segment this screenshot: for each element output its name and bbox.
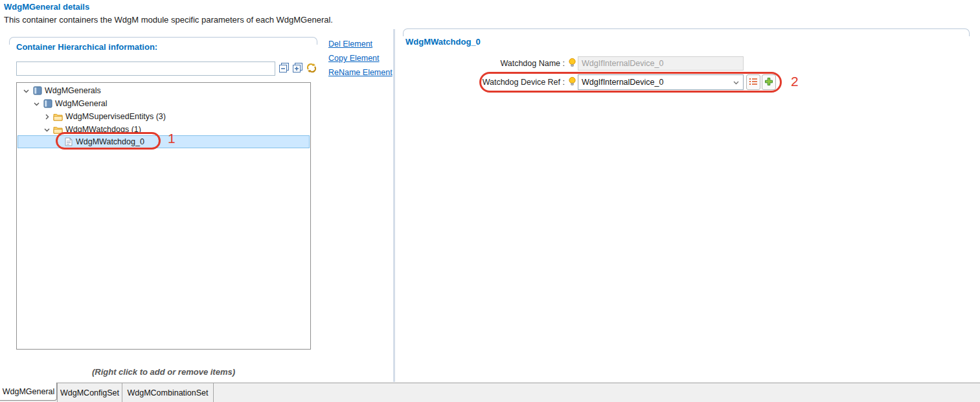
chevron-down-icon[interactable]	[33, 100, 40, 107]
right-section-title: WdgMWatchdog_0	[405, 37, 481, 47]
watchdog-device-ref-combobox[interactable]: WdgIfInternalDevice_0	[578, 74, 744, 90]
tab-label: WdgMCombinationSet	[127, 388, 208, 397]
folder-icon	[53, 112, 63, 122]
container-tree: WdgMGenerals WdgMGeneral WdgMSupervisedE…	[16, 82, 311, 350]
tree-item-label: WdgMGenerals	[45, 86, 101, 95]
page-description: This container containers the WdgM modul…	[4, 15, 333, 25]
chevron-down-icon[interactable]	[43, 126, 50, 133]
watchdog-name-input[interactable]	[578, 56, 744, 71]
tab-wdgmgeneral[interactable]: WdgMGeneral	[0, 383, 57, 401]
tree-item-wdgmsupervisedentitys[interactable]: WdgMSupervisedEntitys (3)	[17, 110, 310, 123]
annotation-number-1: 1	[168, 131, 176, 146]
ref-list-button[interactable]	[746, 74, 760, 90]
panel-divider[interactable]	[393, 29, 395, 382]
folder-icon	[53, 125, 63, 135]
tab-label: WdgMGeneral	[3, 387, 55, 396]
tab-wdgmcombinationset[interactable]: WdgMCombinationSet	[122, 383, 214, 402]
del-element-link[interactable]: Del Element	[328, 39, 372, 49]
tab-wdgmconfigset[interactable]: WdgMConfigSet	[57, 383, 122, 402]
copy-element-link[interactable]: Copy Element	[328, 54, 380, 63]
watchdog-device-ref-label: Watchdog Device Ref :	[416, 78, 565, 87]
refresh-icon	[306, 62, 317, 76]
page-title: WdgMGeneral details	[4, 2, 89, 12]
tree-item-wdgmwatchdogs[interactable]: WdgMWatchdogs (1)	[17, 123, 310, 136]
chevron-right-icon[interactable]	[43, 113, 50, 120]
annotation-number-2: 2	[791, 74, 799, 89]
document-icon	[63, 137, 73, 147]
combobox-value: WdgIfInternalDevice_0	[582, 78, 663, 87]
expand-all-button[interactable]	[291, 62, 304, 75]
tree-item-wdgmwatchdog-0[interactable]: WdgMWatchdog_0	[17, 135, 310, 148]
tree-item-label: WdgMGeneral	[55, 99, 108, 108]
lightbulb-icon	[568, 58, 576, 68]
list-icon	[749, 78, 758, 87]
chevron-down-icon[interactable]	[733, 79, 740, 88]
tree-hint-text: (Right click to add or remove items)	[16, 367, 311, 377]
tree-item-label: WdgMSupervisedEntitys (3)	[65, 112, 166, 121]
module-icon	[43, 99, 52, 109]
right-section-border	[403, 28, 970, 36]
chevron-down-icon[interactable]	[23, 87, 29, 94]
bottom-tab-bar: WdgMGeneral WdgMConfigSet WdgMCombinatio…	[0, 383, 980, 402]
left-section-title: Container Hierarchical information:	[16, 42, 157, 52]
tree-item-wdgmgenerals[interactable]: WdgMGenerals	[17, 84, 310, 97]
lightbulb-icon	[568, 76, 576, 87]
collapse-all-button[interactable]	[278, 62, 291, 75]
add-icon	[764, 77, 773, 88]
refresh-button[interactable]	[305, 62, 318, 75]
tree-item-wdgmgeneral[interactable]: WdgMGeneral	[17, 97, 310, 110]
search-input[interactable]	[16, 61, 275, 76]
tab-label: WdgMConfigSet	[60, 388, 119, 397]
rename-element-link[interactable]: ReName Element	[328, 68, 393, 77]
module-icon	[32, 86, 42, 96]
expand-all-icon	[292, 62, 304, 76]
collapse-all-icon	[279, 62, 290, 76]
ref-add-button[interactable]	[762, 74, 776, 90]
tree-item-label: WdgMWatchdogs (1)	[65, 125, 141, 134]
watchdog-name-label: Watchdog Name :	[416, 59, 565, 68]
tree-item-label: WdgMWatchdog_0	[76, 137, 144, 146]
